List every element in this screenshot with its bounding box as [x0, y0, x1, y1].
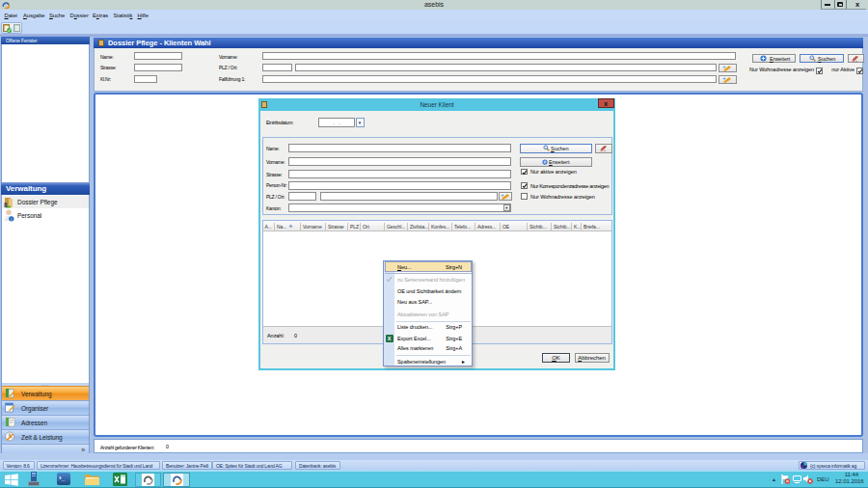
svg-text:i: i	[11, 217, 12, 222]
